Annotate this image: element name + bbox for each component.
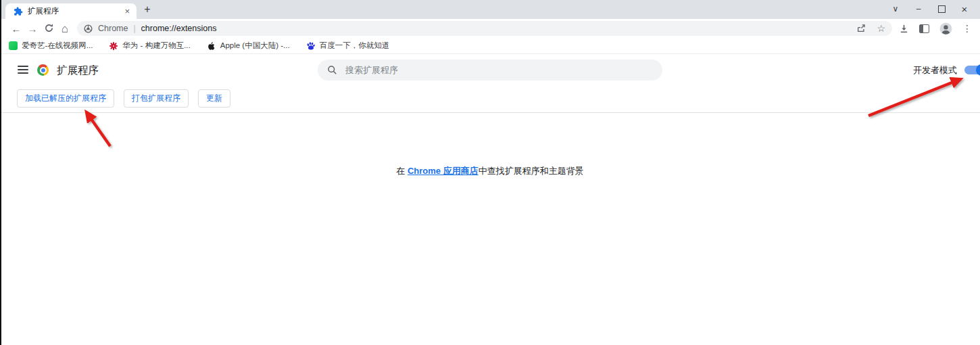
reload-icon[interactable]: [41, 23, 57, 34]
load-unpacked-button[interactable]: 加载已解压的扩展程序: [17, 89, 114, 108]
empty-state-suffix: 中查找扩展程序和主题背景: [479, 166, 584, 176]
new-tab-button[interactable]: +: [140, 2, 155, 17]
baidu-paw-icon: [306, 41, 316, 51]
browser-window: 扩展程序 × + ∨ – × ← → ⌂ Chrome | chrome://e…: [0, 0, 980, 345]
bookmark-label: 华为 - 构建万物互...: [122, 41, 190, 51]
extensions-puzzle-favicon-icon: [14, 7, 23, 16]
extensions-search-box[interactable]: [318, 60, 662, 80]
page-title: 扩展程序: [57, 64, 99, 78]
tab-strip: 扩展程序 × + ∨ – ×: [0, 0, 980, 19]
window-controls: ∨ – ×: [884, 0, 980, 18]
window-close-icon[interactable]: ×: [953, 0, 976, 18]
forward-icon[interactable]: →: [24, 24, 41, 34]
header-divider: [0, 112, 980, 113]
extensions-page-header: 扩展程序 开发者模式: [0, 54, 980, 87]
window-minimize-icon[interactable]: –: [907, 0, 930, 18]
bookmark-label: 百度一下，你就知道: [320, 41, 390, 51]
browser-tab-extensions[interactable]: 扩展程序 ×: [5, 3, 137, 19]
chrome-logo-icon: [37, 64, 49, 76]
huawei-flower-icon: [109, 41, 118, 51]
pack-extension-button[interactable]: 打包扩展程序: [124, 89, 189, 108]
arrow-to-load-unpacked: [87, 112, 110, 146]
back-icon[interactable]: ←: [8, 24, 24, 34]
url-text: chrome://extensions: [141, 24, 857, 33]
bookmark-label: Apple (中国大陆) -...: [220, 41, 290, 51]
search-input[interactable]: [344, 64, 653, 76]
menu-dots-icon[interactable]: ⋮: [962, 24, 972, 33]
window-maximize-icon[interactable]: [930, 0, 953, 18]
chrome-page-icon: [84, 24, 93, 33]
site-label: Chrome: [98, 24, 128, 33]
search-icon: [327, 65, 337, 75]
hamburger-menu-icon[interactable]: [18, 66, 28, 74]
update-button[interactable]: 更新: [198, 89, 230, 108]
bookmark-baidu[interactable]: 百度一下，你就知道: [306, 41, 390, 51]
bookmark-iqiyi[interactable]: 爱奇艺-在线视频网...: [8, 41, 93, 51]
download-icon[interactable]: [899, 24, 909, 34]
screenshot-left-edge: [0, 0, 1, 345]
iqiyi-icon: [8, 41, 18, 51]
share-icon[interactable]: [856, 24, 866, 33]
chrome-web-store-link[interactable]: Chrome 应用商店: [408, 166, 479, 176]
bookmark-apple[interactable]: Apple (中国大陆) -...: [207, 41, 290, 51]
empty-state-prefix: 在: [396, 166, 408, 176]
bookmark-huawei[interactable]: 华为 - 构建万物互...: [109, 41, 190, 51]
address-bar[interactable]: Chrome | chrome://extensions ☆: [77, 21, 892, 36]
toolbar-right-icons: ⋮: [899, 22, 972, 35]
developer-buttons-row: 加载已解压的扩展程序 打包扩展程序 更新: [0, 87, 980, 112]
apple-logo-icon: [207, 41, 216, 51]
empty-state-text: 在 Chrome 应用商店中查找扩展程序和主题背景: [0, 165, 980, 177]
toggle-knob: [976, 64, 980, 76]
window-chevron-icon[interactable]: ∨: [884, 0, 907, 18]
developer-mode-label: 开发者模式: [913, 64, 957, 76]
bookmark-star-icon[interactable]: ☆: [877, 23, 885, 34]
url-separator: |: [133, 24, 135, 33]
home-icon[interactable]: ⌂: [57, 23, 73, 34]
tab-close-icon[interactable]: ×: [123, 6, 131, 16]
bookmarks-bar: 爱奇艺-在线视频网... 华为 - 构建万物互...: [0, 38, 980, 54]
bookmark-label: 爱奇艺-在线视频网...: [22, 41, 93, 51]
browser-toolbar: ← → ⌂ Chrome | chrome://extensions ☆: [0, 19, 980, 38]
developer-mode-toggle[interactable]: [964, 66, 980, 74]
profile-avatar[interactable]: [939, 22, 952, 35]
tab-title: 扩展程序: [28, 6, 123, 16]
side-panel-icon[interactable]: [919, 24, 929, 33]
